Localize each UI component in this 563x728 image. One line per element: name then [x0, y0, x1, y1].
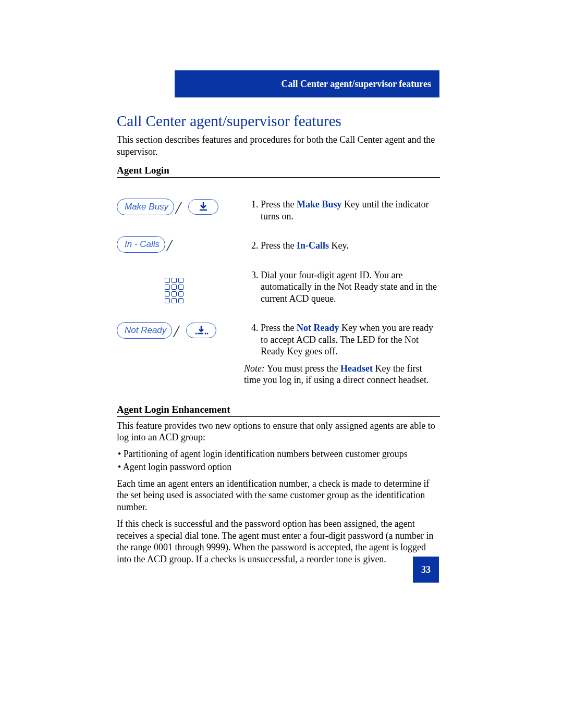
not-ready-indicator-icon — [186, 323, 216, 338]
svg-point-6 — [204, 333, 206, 335]
intro-paragraph: This section describes features and proc… — [117, 134, 440, 157]
step-2-text-pre: Press the — [261, 240, 297, 251]
feature-divider-slash: / — [176, 203, 180, 213]
steps-column: Press the Make Busy Key until the indica… — [244, 199, 440, 397]
list-item: Partitioning of agent login identificati… — [118, 449, 440, 460]
section-heading-agent-login: Agent Login — [117, 165, 440, 178]
feature-divider-slash: / — [167, 240, 172, 251]
running-header-bar: Call Center agent/supervisor features — [175, 70, 439, 97]
in-calls-key-label: In - Calls — [117, 236, 165, 253]
key-illustrations-column: Make Busy / In - Calls / — [117, 199, 231, 397]
page-number-badge: 33 — [413, 557, 439, 583]
step-2: Press the In-Calls Key. — [261, 240, 440, 252]
procedure-steps: Press the Make Busy Key until the indica… — [244, 199, 440, 357]
agent-login-section: Make Busy / In - Calls / — [117, 199, 440, 397]
enhancement-paragraph-1: Each time an agent enters an identificat… — [117, 478, 440, 513]
make-busy-key-label: Make Busy — [117, 199, 174, 215]
enhancement-bullets: Partitioning of agent login identificati… — [118, 449, 440, 473]
list-item: Agent login password option — [118, 462, 440, 473]
page-content: Call Center agent/supervisor features Th… — [117, 113, 440, 570]
step-1-text-pre: Press the — [261, 199, 297, 209]
note-keyword: Headset — [340, 363, 373, 374]
note-paragraph: Note: You must press the Headset Key the… — [244, 363, 440, 386]
svg-point-3 — [197, 333, 199, 335]
step-1-keyword: Make Busy — [297, 199, 342, 209]
svg-point-7 — [206, 333, 208, 335]
section-heading-enhancement: Agent Login Enhancement — [117, 404, 440, 417]
dialpad-icon — [165, 278, 183, 303]
step-3: Dial your four-digit agent ID. You are a… — [261, 269, 440, 305]
svg-point-2 — [195, 333, 197, 335]
enhancement-intro: This feature provides two new options to… — [117, 420, 440, 443]
step-4-keyword: Not Ready — [297, 323, 339, 333]
make-busy-indicator-icon — [188, 199, 218, 215]
step-2-keyword: In-Calls — [297, 240, 329, 251]
note-text-pre: You must press the — [265, 363, 340, 374]
not-ready-key-label: Not Ready — [117, 322, 172, 339]
enhancement-paragraph-2: If this check is successful and the pass… — [117, 518, 440, 565]
page-number: 33 — [421, 564, 431, 575]
make-busy-key-row: Make Busy / — [117, 199, 231, 215]
step-2-text-post: Key. — [329, 240, 349, 251]
step-1: Press the Make Busy Key until the indica… — [261, 199, 440, 222]
step-4: Press the Not Ready Key when you are rea… — [261, 322, 440, 357]
page-title: Call Center agent/supervisor features — [117, 113, 440, 130]
dialpad-icon-row — [117, 278, 231, 303]
in-calls-key-row: In - Calls / — [117, 236, 231, 253]
not-ready-key-row: Not Ready / — [117, 322, 231, 339]
document-page: Call Center agent/supervisor features Ca… — [0, 0, 563, 728]
note-label: Note: — [244, 363, 265, 374]
feature-divider-slash: / — [174, 326, 178, 337]
running-header-title: Call Center agent/supervisor features — [282, 79, 431, 90]
step-4-text-pre: Press the — [261, 323, 297, 333]
